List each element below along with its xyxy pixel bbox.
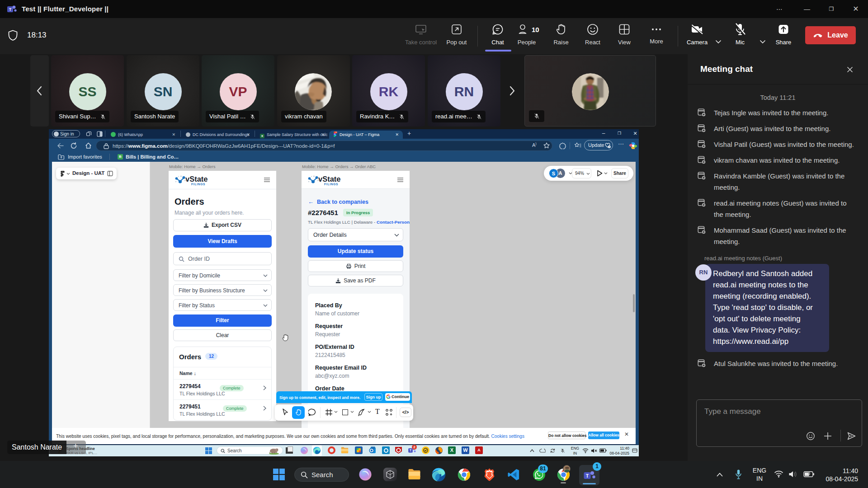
svg-text:T: T [586, 474, 589, 479]
svg-text:FILINGS: FILINGS [324, 183, 338, 186]
svg-text:FILINGS: FILINGS [191, 183, 205, 186]
svg-text:!: ! [609, 145, 610, 148]
svg-text:vState: vState [185, 175, 208, 183]
svg-text:T: T [9, 7, 12, 12]
svg-text:vState: vState [318, 175, 341, 183]
svg-text:T: T [410, 449, 411, 452]
